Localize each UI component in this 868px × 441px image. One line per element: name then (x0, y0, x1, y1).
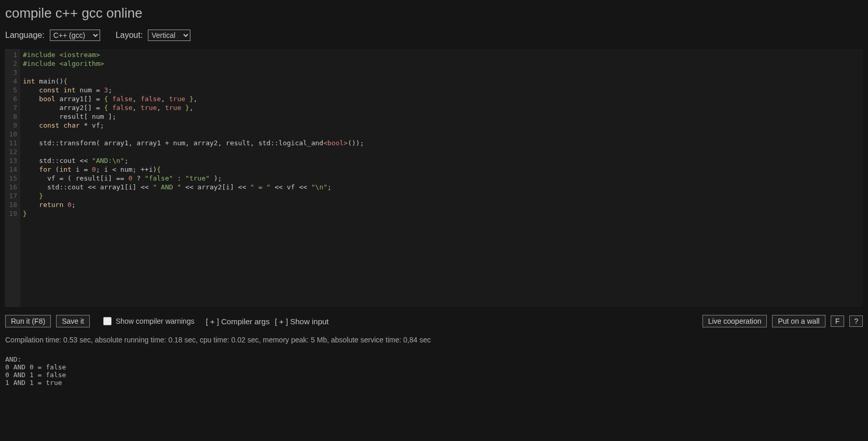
save-button[interactable]: Save it (56, 315, 90, 327)
show-input-toggle[interactable]: [ + ] Show input (275, 317, 329, 326)
editor-code[interactable]: #include <iostream>#include <algorithm> … (20, 49, 863, 307)
language-label: Language: (5, 31, 45, 40)
show-warnings-label[interactable]: Show compiler warnings (116, 317, 195, 325)
compilation-stats: Compilation time: 0.53 sec, absolute run… (0, 330, 868, 344)
fullscreen-button[interactable]: F (831, 315, 845, 327)
language-select[interactable]: C++ (gcc) (50, 30, 100, 41)
live-cooperation-button[interactable]: Live cooperation (702, 315, 767, 327)
program-output: AND: 0 AND 0 = false 0 AND 1 = false 1 A… (0, 344, 868, 392)
layout-label: Layout: (116, 31, 143, 40)
show-warnings-checkbox[interactable] (103, 317, 112, 325)
controls-row: Language: C++ (gcc) Layout: Vertical (0, 30, 868, 44)
page-title: compile c++ gcc online (0, 0, 868, 30)
help-button[interactable]: ? (849, 315, 863, 327)
put-on-wall-button[interactable]: Put on a wall (772, 315, 825, 327)
run-button[interactable]: Run it (F8) (5, 315, 51, 327)
editor: 12345678910111213141516171819 #include <… (4, 48, 864, 308)
compiler-args-toggle[interactable]: [ + ] Compiler args (206, 317, 270, 326)
layout-select[interactable]: Vertical (148, 30, 190, 41)
editor-gutter: 12345678910111213141516171819 (5, 49, 20, 307)
toolbar: Run it (F8) Save it Show compiler warnin… (0, 308, 868, 330)
